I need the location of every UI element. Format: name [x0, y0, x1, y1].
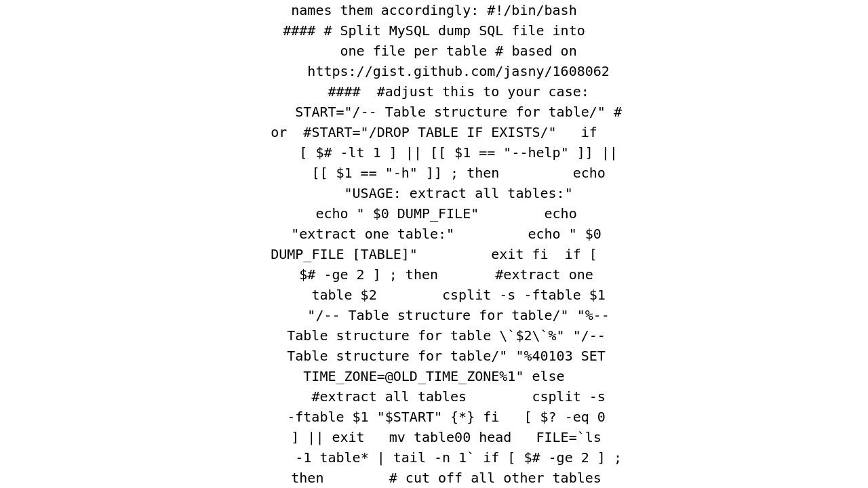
code-container: names them accordingly: #!/bin/bash ####… — [0, 0, 868, 488]
code-block: names them accordingly: #!/bin/bash ####… — [246, 0, 622, 488]
